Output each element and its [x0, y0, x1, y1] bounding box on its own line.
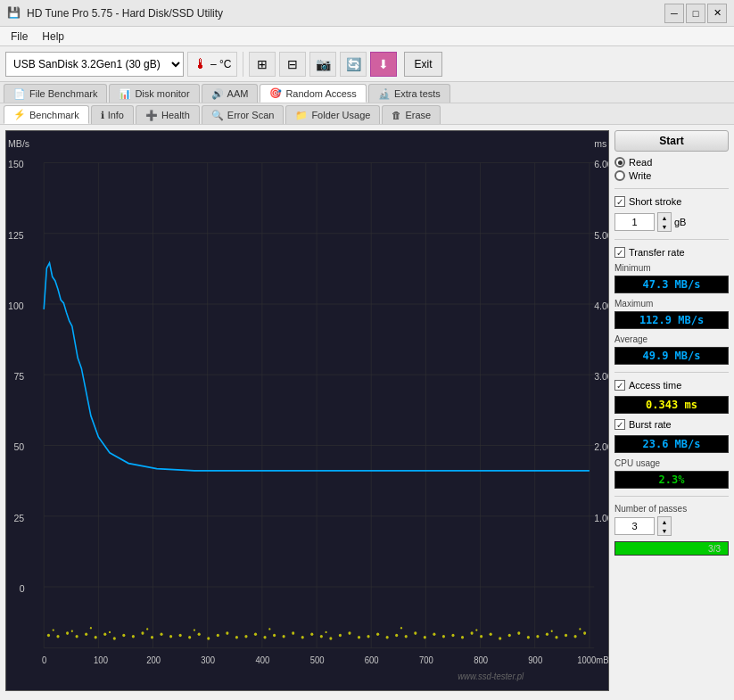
svg-point-63 — [207, 637, 210, 640]
svg-point-91 — [470, 631, 473, 635]
start-button[interactable]: Start — [614, 130, 729, 152]
chart-wrapper: 150 125 100 75 50 25 0 MB/s ms 6.00 5.00… — [6, 131, 608, 690]
read-label: Read — [629, 157, 652, 168]
divider-1 — [614, 188, 729, 189]
drive-selector[interactable]: USB SanDisk 3.2Gen1 (30 gB) — [5, 52, 184, 77]
stroke-up-button[interactable]: ▲ — [658, 213, 671, 222]
burst-rate-checkbox-row[interactable]: Burst rate — [614, 419, 729, 430]
main-content: 150 125 100 75 50 25 0 MB/s ms 6.00 5.00… — [0, 125, 734, 696]
tab-health[interactable]: ➕ Health — [136, 105, 200, 124]
svg-point-89 — [451, 634, 454, 638]
write-label: Write — [629, 170, 651, 181]
svg-point-82 — [386, 636, 389, 639]
benchmark-chart: 150 125 100 75 50 25 0 MB/s ms 6.00 5.00… — [6, 131, 608, 690]
tab-random-access[interactable]: 🎯 Random Access — [260, 84, 366, 103]
svg-point-81 — [376, 633, 379, 637]
svg-point-115 — [579, 628, 581, 630]
temperature-badge: 🌡 – °C — [187, 52, 237, 77]
tab-benchmark[interactable]: ⚡ Benchmark — [4, 105, 89, 124]
random-access-label: Random Access — [285, 88, 356, 99]
svg-point-65 — [226, 631, 228, 635]
transfer-rate-checkbox-row[interactable]: Transfer rate — [614, 247, 729, 258]
passes-progress-bar: 3/3 — [614, 541, 729, 556]
aam-label: AAM — [227, 88, 249, 99]
svg-point-46 — [47, 634, 50, 638]
svg-point-95 — [508, 634, 511, 638]
maximum-section: Maximum 112.9 MB/s — [614, 299, 729, 329]
svg-point-64 — [217, 634, 219, 638]
menu-help[interactable]: Help — [35, 29, 71, 45]
health-icon: ➕ — [145, 110, 158, 121]
tab-info[interactable]: ℹ Info — [91, 105, 134, 124]
erase-icon: 🗑 — [392, 110, 401, 120]
write-radio[interactable]: Write — [614, 170, 729, 181]
svg-point-88 — [442, 635, 445, 638]
minimize-button[interactable]: ─ — [664, 4, 684, 23]
error-scan-label: Error Scan — [227, 110, 275, 120]
refresh-icon-btn[interactable]: 🔄 — [340, 52, 367, 77]
svg-text:0: 0 — [20, 582, 25, 594]
close-button[interactable]: ✕ — [707, 4, 727, 23]
svg-text:ms: ms — [594, 137, 606, 149]
svg-point-75 — [320, 635, 323, 638]
svg-point-99 — [546, 633, 548, 637]
svg-point-62 — [198, 633, 201, 637]
svg-point-111 — [326, 631, 327, 633]
svg-point-69 — [263, 636, 266, 639]
svg-text:5.00: 5.00 — [594, 229, 608, 241]
access-time-section: 0.343 ms — [614, 396, 729, 414]
svg-point-49 — [76, 635, 78, 638]
stroke-unit: gB — [674, 217, 686, 227]
tab-error-scan[interactable]: 🔍 Error Scan — [202, 105, 285, 124]
random-access-icon: 🎯 — [269, 87, 282, 99]
access-time-checkbox-row[interactable]: Access time — [614, 380, 729, 391]
passes-down-button[interactable]: ▼ — [658, 526, 671, 535]
tab-aam[interactable]: 🔊 AAM — [202, 84, 259, 103]
passes-spinner: ▲ ▼ — [657, 516, 672, 536]
stroke-input[interactable] — [614, 213, 655, 231]
benchmark-icon: ⚡ — [13, 109, 26, 120]
svg-text:900: 900 — [528, 655, 542, 666]
svg-text:125: 125 — [8, 229, 24, 241]
svg-point-56 — [141, 631, 144, 635]
short-stroke-checkbox — [614, 196, 625, 207]
maximize-button[interactable]: □ — [686, 4, 705, 23]
tab-disk-monitor[interactable]: 📊 Disk monitor — [109, 84, 199, 103]
download-icon-btn[interactable]: ⬇ — [370, 52, 397, 77]
svg-point-47 — [56, 635, 59, 638]
write-radio-circle — [614, 170, 625, 181]
copy-icon-btn[interactable]: ⊞ — [249, 52, 276, 77]
cpu-usage-value: 2.3% — [614, 471, 729, 489]
tab-folder-usage[interactable]: 📁 Folder Usage — [285, 105, 380, 124]
svg-point-102 — [574, 635, 577, 638]
thermometer-icon: 🌡 — [194, 56, 208, 72]
minimum-label: Minimum — [614, 263, 729, 273]
minimum-section: Minimum 47.3 MB/s — [614, 263, 729, 293]
tab-erase[interactable]: 🗑 Erase — [382, 105, 441, 124]
svg-point-107 — [109, 631, 111, 633]
svg-point-72 — [292, 631, 294, 635]
tab-extra-tests[interactable]: 🔬 Extra tests — [368, 84, 450, 103]
passes-input[interactable] — [614, 517, 655, 535]
svg-text:6.00: 6.00 — [594, 159, 608, 170]
svg-point-104 — [53, 629, 54, 630]
read-radio-circle — [614, 157, 625, 168]
svg-point-79 — [358, 636, 360, 639]
tabs-row-2: ⚡ Benchmark ℹ Info ➕ Health 🔍 Error Scan… — [0, 103, 734, 125]
titlebar: 💾 HD Tune Pro 5.75 - Hard Disk/SSD Utili… — [0, 0, 734, 27]
paste-icon-btn[interactable]: ⊟ — [279, 52, 306, 77]
svg-text:100: 100 — [8, 300, 24, 311]
exit-button[interactable]: Exit — [404, 52, 441, 77]
stroke-down-button[interactable]: ▼ — [658, 222, 671, 231]
menu-file[interactable]: File — [4, 29, 35, 45]
extra-tests-icon: 🔬 — [378, 88, 391, 100]
read-radio[interactable]: Read — [614, 157, 729, 168]
short-stroke-checkbox-row[interactable]: Short stroke — [614, 196, 729, 207]
access-time-checkbox — [614, 380, 625, 391]
folder-usage-icon: 📁 — [295, 110, 308, 121]
passes-up-button[interactable]: ▲ — [658, 517, 671, 526]
tab-file-benchmark[interactable]: 📄 File Benchmark — [4, 84, 107, 103]
svg-text:3.00: 3.00 — [594, 371, 608, 383]
camera-icon-btn[interactable]: 📷 — [309, 52, 336, 77]
svg-point-98 — [536, 635, 539, 638]
